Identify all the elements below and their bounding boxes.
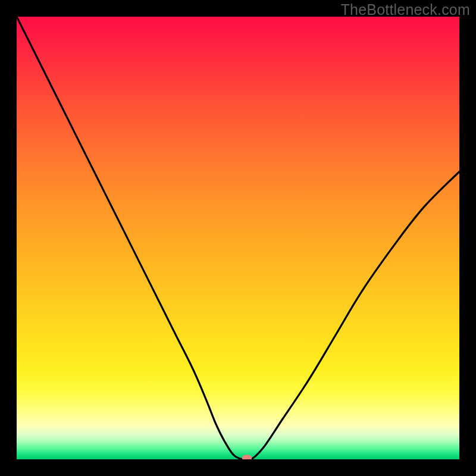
bottleneck-curve	[17, 17, 459, 459]
optimum-marker	[242, 455, 252, 460]
chart-frame: TheBottleneck.com	[0, 0, 476, 476]
plot-area	[17, 17, 459, 459]
watermark-text: TheBottleneck.com	[341, 1, 470, 18]
